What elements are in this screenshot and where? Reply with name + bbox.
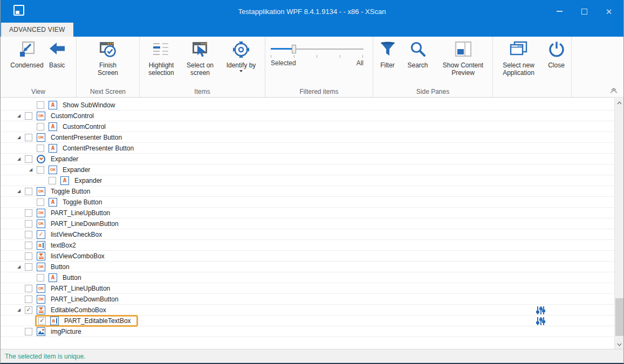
ribbon-filler xyxy=(572,37,623,97)
row-checkbox[interactable] xyxy=(25,134,32,141)
row-checkbox[interactable] xyxy=(37,101,44,109)
tree-item-label: Show SubWindow xyxy=(63,101,115,109)
checkbox-control-icon: ✓ xyxy=(37,230,45,239)
scroll-up-button[interactable] xyxy=(615,98,624,107)
scrollbar-thumb[interactable] xyxy=(615,298,623,336)
row-checkbox[interactable] xyxy=(25,296,32,303)
tree-row[interactable]: ◢OKCustomControl xyxy=(1,111,614,121)
tune-sliders-icon[interactable] xyxy=(537,306,544,314)
tree-item-label: PART_LineDownButton xyxy=(51,220,119,228)
row-checkbox[interactable] xyxy=(25,209,32,217)
filtered-items-slider: Selected All xyxy=(271,44,364,71)
row-checkbox[interactable]: ✓ xyxy=(25,306,32,314)
tree-row[interactable]: OKPART_LineUpButton xyxy=(1,208,614,218)
row-checkbox[interactable] xyxy=(37,145,44,152)
slider-label-all: All xyxy=(356,59,364,67)
maximize-button[interactable] xyxy=(572,0,596,23)
row-checkbox[interactable] xyxy=(25,252,32,260)
slider-thumb[interactable] xyxy=(292,45,296,53)
tree-row[interactable]: AButton xyxy=(1,272,614,283)
tree-item-label: Expander xyxy=(63,166,90,174)
condensed-icon xyxy=(18,40,36,59)
tree-row[interactable]: ◢✓EditableComboBox xyxy=(1,305,614,315)
tree-row[interactable]: ◢Expander xyxy=(1,154,614,164)
row-checkbox[interactable] xyxy=(25,285,32,292)
combobox-control-icon xyxy=(37,252,45,260)
tree-row[interactable]: AShow SubWindow xyxy=(1,100,614,111)
tree-item-label: listViewComboBox xyxy=(51,252,105,260)
minimize-button[interactable] xyxy=(547,0,572,23)
tree-item-label: PART_LineUpButton xyxy=(51,209,110,217)
scroll-down-button[interactable] xyxy=(615,340,624,349)
tree-row[interactable]: ACustomControl xyxy=(1,121,614,132)
ribbon-group-view: Condensed Basic View xyxy=(1,37,77,97)
expander-toggle-icon[interactable]: ◢ xyxy=(17,157,25,161)
tree-row[interactable]: atextBox2 xyxy=(1,240,614,251)
row-checkbox[interactable] xyxy=(25,155,32,163)
expander-toggle-icon[interactable]: ◢ xyxy=(29,168,37,172)
ribbon-group-filtered-items: Selected All Filtered items xyxy=(265,37,373,97)
button-icon: OK xyxy=(37,187,45,196)
app-save-window-icon[interactable] xyxy=(13,5,24,16)
row-checkbox[interactable] xyxy=(25,112,32,120)
button-icon: OK xyxy=(37,209,45,217)
ribbon-tab-strip: ADVANCED VIEW xyxy=(1,23,623,37)
row-checkbox[interactable]: ✓ xyxy=(38,317,46,325)
close-app-button[interactable]: Close xyxy=(544,40,570,97)
highlight-selection-icon xyxy=(152,40,170,59)
vertical-scrollbar[interactable] xyxy=(614,98,623,349)
tree-row[interactable]: AToggle Button xyxy=(1,197,614,208)
tree-row[interactable]: AContentPresenter Button xyxy=(1,143,614,154)
row-checkbox[interactable] xyxy=(25,242,32,249)
combobox-control-icon xyxy=(37,306,45,314)
row-checkbox[interactable] xyxy=(25,188,32,195)
tree-row[interactable]: ✓listViewCheckBox xyxy=(1,229,614,240)
tab-advanced-view[interactable]: ADVANCED VIEW xyxy=(1,23,73,37)
ribbon-group-side-panes: Filter Search Show Content Preview Side … xyxy=(373,37,493,97)
tree-row[interactable]: OKPART_LineDownButton xyxy=(1,218,614,229)
tree-item-label: Toggle Button xyxy=(51,188,90,195)
tree-row[interactable]: OKPART_LineDownButton xyxy=(1,294,614,305)
tree-row[interactable]: AExpander xyxy=(1,175,614,186)
row-checkbox[interactable] xyxy=(25,231,32,238)
select-new-application-button[interactable]: Select new Application xyxy=(495,40,543,97)
row-checkbox[interactable] xyxy=(49,177,56,184)
tree-rows: AShow SubWindow◢OKCustomControlACustomCo… xyxy=(1,100,614,337)
collapse-ribbon-chevron-icon[interactable] xyxy=(609,87,618,94)
tree-item-label: CustomControl xyxy=(63,123,106,131)
group-label-filtered-items: Filtered items xyxy=(265,88,373,95)
row-checkbox[interactable] xyxy=(25,220,32,228)
row-checkbox[interactable] xyxy=(25,263,32,271)
tree-item-label: ContentPresenter Button xyxy=(51,134,122,141)
expander-control-icon xyxy=(37,155,45,163)
tree-row[interactable]: listViewComboBox xyxy=(1,251,614,262)
expander-toggle-icon[interactable]: ◢ xyxy=(17,308,25,312)
window-title: Testapplikation WPF 8.4.1.9134 - - x86 -… xyxy=(1,8,623,16)
slider-label-selected: Selected xyxy=(271,59,296,67)
tree-row[interactable]: ◢OKExpander xyxy=(1,164,614,175)
textbox-control-icon: a xyxy=(50,317,59,325)
filter-label: Filter xyxy=(380,61,395,69)
row-checkbox[interactable] xyxy=(37,274,44,281)
expander-toggle-icon[interactable]: ◢ xyxy=(17,265,25,269)
tune-sliders-icon[interactable] xyxy=(537,317,544,325)
row-checkbox[interactable] xyxy=(25,328,32,335)
row-checkbox[interactable] xyxy=(37,123,44,131)
tree-item-label: PART_LineDownButton xyxy=(51,296,119,303)
expander-toggle-icon[interactable]: ◢ xyxy=(17,114,25,118)
tree-row[interactable]: ◢OKToggle Button xyxy=(1,186,614,197)
tree-row[interactable]: OKPART_LineUpButton xyxy=(1,283,614,294)
tree-item-label: EditableComboBox xyxy=(51,306,106,314)
tree-row[interactable]: ◢OKContentPresenter Button xyxy=(1,132,614,143)
close-button[interactable]: ✕ xyxy=(596,0,621,23)
tree-row[interactable]: imgPicture xyxy=(1,326,614,337)
search-icon xyxy=(409,40,427,59)
tree-row[interactable]: ◢OKButton xyxy=(1,262,614,272)
expander-toggle-icon[interactable]: ◢ xyxy=(17,135,25,140)
row-checkbox[interactable] xyxy=(37,166,44,174)
textbox-control-icon: a xyxy=(37,241,45,250)
expander-toggle-icon[interactable]: ◢ xyxy=(17,189,25,194)
row-checkbox[interactable] xyxy=(37,198,44,206)
tree-row[interactable]: ✓aPART_EditableTextBox xyxy=(1,315,614,326)
highlight-selection-label: Highlight selection xyxy=(144,61,179,77)
